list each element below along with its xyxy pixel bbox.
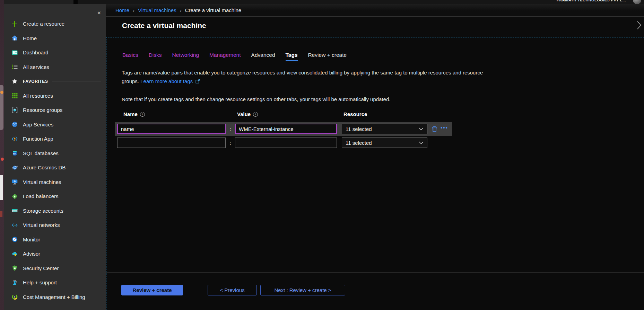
sidebar-item-create-a-resource[interactable]: Create a resource	[4, 17, 106, 31]
tab-advanced[interactable]: Advanced	[251, 52, 275, 61]
sidebar-item-load-balancers[interactable]: Load balancers	[4, 189, 106, 204]
breadcrumb-separator-icon: ›	[180, 7, 182, 13]
sidebar-item-advisor[interactable]: Advisor	[4, 247, 106, 261]
sidebar-item-label: Resource groups	[23, 107, 62, 113]
star-icon	[11, 78, 18, 85]
sidebar-item-label: All services	[23, 64, 49, 70]
sidebar-item-label: All resources	[23, 93, 53, 99]
footer-divider	[106, 273, 644, 273]
column-header-value: Value i	[235, 111, 337, 117]
dashboard-icon	[11, 49, 18, 56]
tag-value-input[interactable]	[235, 124, 337, 134]
tab-disks[interactable]: Disks	[149, 52, 162, 61]
sidebar-item-home[interactable]: Home	[4, 31, 106, 46]
sidebar-item-virtual-networks[interactable]: Virtual networks	[4, 218, 106, 232]
sidebar-item-all-resources[interactable]: All resources	[4, 89, 106, 103]
sidebar-item-app-services[interactable]: App Services	[4, 117, 106, 132]
tab-networking[interactable]: Networking	[172, 52, 199, 61]
sidebar-item-azure-cosmos-db[interactable]: Azure Cosmos DB	[4, 160, 106, 175]
tab-review-create[interactable]: Review + create	[308, 52, 347, 61]
tag-row: : 11 selected •••	[115, 122, 452, 136]
sidebar-item-virtual-machines[interactable]: Virtual machines	[4, 175, 106, 189]
sidebar-item-label: Load balancers	[23, 193, 59, 199]
review-create-button[interactable]: Review + create	[121, 285, 183, 295]
blade-title-bar: Create a virtual machine	[106, 17, 644, 37]
delete-row-icon[interactable]	[432, 126, 437, 132]
name-value-separator: :	[226, 140, 235, 146]
resource-dropdown-value: 11 selected	[346, 140, 372, 146]
sidebar-item-monitor[interactable]: Monitor	[4, 232, 106, 247]
sidebar-item-label: SQL databases	[23, 150, 59, 156]
sidebar-item-label: Storage accounts	[23, 208, 63, 214]
learn-more-link[interactable]: Learn more about tags	[140, 78, 193, 84]
sidebar-item-label: Monitor	[23, 237, 40, 242]
breadcrumb-link-home[interactable]: Home	[115, 7, 129, 13]
sidebar-item-label: Help + support	[23, 280, 57, 285]
sidebar-collapse-icon[interactable]: «	[97, 9, 101, 16]
cosmos-db-icon	[11, 164, 18, 171]
more-options-icon[interactable]: •••	[441, 126, 448, 132]
sidebar-item-label: Virtual machines	[23, 179, 61, 185]
desktop-fragment	[0, 211, 2, 217]
sidebar-item-resource-groups[interactable]: Resource groups	[4, 103, 106, 117]
info-icon[interactable]: i	[140, 112, 145, 117]
advisor-icon	[11, 250, 18, 257]
sidebar-item-label: Security Center	[23, 265, 59, 271]
tag-name-input[interactable]	[117, 124, 226, 134]
sidebar-item-label: Dashboard	[23, 50, 48, 55]
tab-tags[interactable]: Tags	[286, 52, 298, 61]
sidebar: « Create a resource Home Dashboard	[4, 4, 106, 310]
sidebar-item-label: Azure Cosmos DB	[23, 165, 66, 170]
tag-row: : 11 selected	[115, 136, 452, 150]
sidebar-item-label: App Services	[23, 122, 53, 127]
portal-top-bar: PRAMATH TECHNOLOGIES PVT L...	[4, 0, 644, 4]
main-content: Home › Virtual machines › Create a virtu…	[106, 4, 644, 310]
tab-basics[interactable]: Basics	[122, 52, 138, 61]
sidebar-item-dashboard[interactable]: Dashboard	[4, 45, 106, 60]
info-icon[interactable]: i	[253, 112, 258, 117]
sidebar-item-help-support[interactable]: Help + support	[4, 275, 106, 290]
top-bar-divider	[73, 0, 78, 4]
blade-expand-chevron-icon[interactable]	[636, 21, 642, 31]
breadcrumb-link-virtual-machines[interactable]: Virtual machines	[138, 7, 176, 13]
avatar[interactable]	[633, 0, 641, 4]
svg-text:$: $	[14, 296, 15, 298]
sidebar-section-label: FAVORITES	[23, 79, 48, 84]
app-services-icon	[11, 121, 18, 128]
row-actions: •••	[427, 126, 452, 132]
plus-icon	[11, 20, 18, 27]
tab-panel: Basics Disks Networking Management Advan…	[106, 37, 644, 310]
resource-dropdown[interactable]: 11 selected	[342, 138, 427, 148]
sidebar-item-label: Virtual networks	[23, 222, 60, 228]
sidebar-item-security-center[interactable]: Security Center	[4, 261, 106, 276]
virtual-network-icon	[11, 222, 18, 229]
resource-dropdown[interactable]: 11 selected	[342, 124, 427, 134]
sidebar-item-sql-databases[interactable]: SQL SQL databases	[4, 146, 106, 161]
tab-management[interactable]: Management	[209, 52, 241, 61]
sidebar-item-label: Cost Management + Billing	[23, 294, 85, 300]
next-button[interactable]: Next : Review + create >	[260, 285, 345, 295]
sidebar-item-all-services[interactable]: All services	[4, 60, 106, 74]
desktop-fragment	[0, 91, 3, 94]
tags-table-header: Name i Value i Resource	[115, 111, 452, 122]
grid-icon	[11, 92, 18, 99]
cost-management-icon: $	[11, 293, 18, 300]
tag-name-input[interactable]	[117, 138, 226, 148]
sidebar-item-cost-management-billing[interactable]: $ Cost Management + Billing	[4, 290, 106, 304]
sidebar-item-label: Create a resource	[23, 21, 64, 27]
column-header-name: Name i	[117, 111, 226, 117]
tag-value-input[interactable]	[235, 138, 337, 148]
home-icon	[11, 35, 18, 42]
sidebar-item-function-app[interactable]: Function App	[4, 132, 106, 146]
tenant-name: PRAMATH TECHNOLOGIES PVT L...	[557, 0, 626, 2]
sidebar-item-label: Home	[23, 35, 37, 41]
top-bar-segment	[4, 0, 73, 4]
sidebar-item-storage-accounts[interactable]: Storage accounts	[4, 204, 106, 218]
column-header-resource: Resource	[342, 111, 427, 117]
previous-button[interactable]: < Previous	[208, 285, 257, 295]
list-icon	[11, 63, 18, 70]
function-app-icon	[11, 135, 18, 142]
desktop-fragment	[1, 158, 4, 161]
virtual-machine-icon	[11, 178, 18, 185]
desktop-fragment	[0, 175, 3, 200]
